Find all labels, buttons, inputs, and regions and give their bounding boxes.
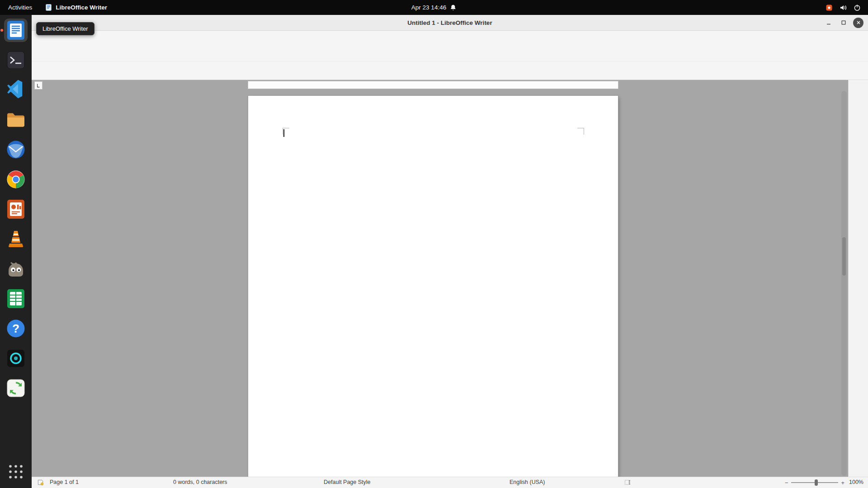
help-icon: ? — [5, 318, 27, 339]
document-column — [32, 80, 848, 477]
dock-tooltip: LibreOffice Writer — [36, 22, 94, 35]
system-tray — [826, 4, 868, 11]
formatting-toolbar — [32, 61, 868, 80]
libreoffice-writer-icon — [5, 19, 27, 41]
libreoffice-impress-icon — [5, 198, 27, 220]
page-count[interactable]: Page 1 of 1 — [50, 479, 79, 485]
screen: Activities LibreOffice Writer Apr 23 14:… — [0, 0, 868, 488]
dock-item-vscode[interactable] — [4, 78, 28, 102]
clock-text: Apr 23 14:46 — [411, 4, 446, 11]
terminal-icon — [5, 49, 27, 71]
dock-item-chrome[interactable] — [4, 168, 28, 191]
libreoffice-calc-icon — [5, 288, 27, 310]
show-applications-button[interactable] — [4, 460, 28, 483]
standard-toolbar — [32, 44, 868, 61]
notification-bell-icon — [450, 4, 457, 11]
libreoffice-writer-icon — [45, 4, 52, 11]
status-bar: ! Page 1 of 1 0 words, 0 characters Defa… — [32, 477, 868, 488]
dark-ring-app-icon — [5, 347, 27, 369]
dock-item-thunderbird[interactable] — [4, 138, 28, 161]
focused-app-name: LibreOffice Writer — [56, 4, 107, 11]
svg-text:?: ? — [12, 322, 19, 335]
vlc-icon — [5, 228, 27, 250]
dock-item-gimp[interactable] — [4, 257, 28, 281]
document-modified-icon[interactable]: ! — [37, 479, 44, 486]
title-bar[interactable]: Untitled 1 - LibreOffice Writer — [32, 15, 868, 31]
dock-item-terminal[interactable] — [4, 48, 28, 72]
zoom-level[interactable]: 100% — [849, 479, 863, 485]
text-language[interactable]: English (USA) — [509, 479, 545, 485]
zoom-track[interactable] — [791, 482, 839, 483]
vertical-scrollbar[interactable] — [841, 91, 847, 476]
maximize-button[interactable] — [838, 18, 849, 28]
show-applications-icon — [5, 461, 27, 483]
window-controls — [823, 15, 863, 30]
sidebar-icon-rail — [848, 80, 868, 477]
software-updater-icon — [5, 377, 27, 399]
clock[interactable]: Apr 23 14:46 — [411, 0, 457, 15]
activities-button[interactable]: Activities — [0, 0, 40, 15]
zoom-thumb[interactable] — [815, 479, 818, 486]
svg-text:!: ! — [42, 483, 42, 485]
notification-indicator-icon[interactable] — [826, 4, 833, 11]
zoom-out-button[interactable]: − — [785, 480, 788, 486]
scrollbar-thumb[interactable] — [842, 237, 846, 276]
dock-item-software-updater[interactable] — [4, 376, 28, 400]
gimp-icon — [5, 258, 27, 280]
dock-item-libreoffice-impress[interactable] — [4, 197, 28, 221]
page-style[interactable]: Default Page Style — [324, 479, 371, 485]
tab-stop-selector[interactable] — [34, 81, 42, 89]
ruler-row — [32, 80, 848, 90]
document-area — [32, 90, 848, 477]
minimize-button[interactable] — [823, 18, 834, 28]
zoom-in-button[interactable]: + — [841, 480, 844, 486]
top-bar: Activities LibreOffice Writer Apr 23 14:… — [0, 0, 868, 15]
vscode-icon — [5, 79, 27, 101]
volume-icon[interactable] — [840, 4, 847, 11]
dock-item-help[interactable]: ? — [4, 317, 28, 340]
thunderbird-icon — [5, 139, 27, 160]
dock-item-dark-ring-app[interactable] — [4, 347, 28, 370]
menu-bar — [32, 31, 868, 44]
zoom-slider[interactable]: − + — [785, 477, 844, 488]
libreoffice-writer-window: Untitled 1 - LibreOffice Writer — [32, 15, 868, 488]
selection-mode-icon[interactable] — [624, 479, 631, 486]
dock-item-files[interactable] — [4, 108, 28, 131]
workspace — [32, 80, 868, 477]
dock: ? — [0, 15, 32, 488]
text-boundary-mark — [577, 128, 584, 135]
dock-item-vlc[interactable] — [4, 227, 28, 251]
power-icon[interactable] — [854, 4, 861, 11]
text-cursor — [283, 129, 284, 137]
close-button[interactable] — [853, 18, 863, 28]
dock-item-libreoffice-writer[interactable] — [4, 19, 28, 42]
files-icon — [5, 109, 27, 131]
horizontal-ruler[interactable] — [248, 81, 618, 89]
word-count[interactable]: 0 words, 0 characters — [173, 479, 227, 485]
dock-item-libreoffice-calc[interactable] — [4, 287, 28, 310]
chrome-icon — [5, 169, 27, 190]
document-page[interactable] — [248, 96, 618, 477]
window-title: Untitled 1 - LibreOffice Writer — [407, 19, 492, 26]
focused-app-indicator[interactable]: LibreOffice Writer — [40, 4, 112, 11]
